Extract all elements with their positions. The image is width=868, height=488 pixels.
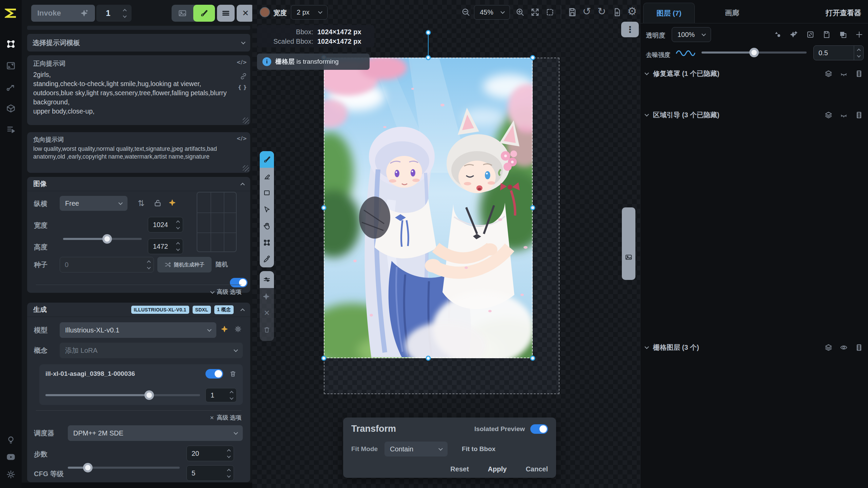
- random-seed-toggle[interactable]: [230, 278, 248, 287]
- generation-section-header[interactable]: 生成 ILLUSTRIOUS-XL-V0.1 SDXL 1 概念: [27, 303, 250, 317]
- brush-tool[interactable]: [260, 151, 274, 168]
- inpaint-group-header[interactable]: 修复遮罩 (1 个已隐藏): [640, 66, 868, 81]
- video-tutorials-icon[interactable]: [6, 452, 16, 462]
- zoom-in-icon[interactable]: [515, 7, 525, 17]
- save-icon[interactable]: [568, 7, 577, 17]
- brush-width-select[interactable]: 2 px: [291, 5, 328, 20]
- prompt-code-icon[interactable]: </>: [236, 59, 247, 65]
- height-numbox[interactable]: 1472: [148, 239, 183, 254]
- region-group-header[interactable]: 区域引导 (3 个已隐藏): [640, 108, 868, 122]
- model-select[interactable]: Illustrious-XL-v0.1: [60, 322, 216, 338]
- eraser-tool[interactable]: [260, 168, 274, 184]
- model-sparkle-icon[interactable]: [221, 325, 229, 333]
- apply-button[interactable]: Apply: [488, 465, 507, 473]
- shapes-icon[interactable]: [774, 30, 782, 39]
- negative-prompt-card[interactable]: 负向提示词 low quality,worst quality,normal q…: [27, 132, 250, 173]
- settings-gear-icon[interactable]: [6, 470, 16, 479]
- rail-workflows-icon[interactable]: [6, 83, 16, 92]
- generate-mode-button[interactable]: [172, 5, 193, 22]
- steps-slider[interactable]: [68, 467, 180, 469]
- lora-enabled-toggle[interactable]: [205, 369, 223, 379]
- tab-gallery[interactable]: 画廊: [708, 3, 756, 23]
- queue-count-box[interactable]: 1: [96, 5, 132, 22]
- collapse-icon[interactable]: [240, 183, 245, 187]
- positive-prompt-input[interactable]: 2girls, standing,check-to-check,light sm…: [33, 70, 237, 116]
- invoke-button[interactable]: Invoke: [31, 5, 95, 22]
- help-bulb-icon[interactable]: [6, 435, 16, 445]
- steps-numbox[interactable]: 20: [186, 446, 234, 461]
- denoise-slider[interactable]: [702, 52, 807, 54]
- collapse-icon[interactable]: [240, 308, 245, 313]
- aspect-select[interactable]: Free: [60, 196, 127, 211]
- rail-upscale-icon[interactable]: [6, 61, 16, 70]
- sparkle-star-icon[interactable]: [790, 30, 798, 39]
- layers-stack-icon[interactable]: [825, 70, 832, 78]
- lock-aspect-icon[interactable]: [153, 199, 162, 207]
- fit-mode-select[interactable]: Contain: [384, 442, 448, 456]
- generation-advanced-toggle[interactable]: ✕ 高级 选项: [210, 414, 241, 422]
- optimize-sparkle-icon[interactable]: [169, 199, 177, 207]
- canvas-area[interactable]: 宽度 2 px 45% ↺ ↻ ⚙ Bbox:1024×1472 px Scal…: [252, 0, 640, 488]
- lora-weight-slider[interactable]: [45, 394, 200, 396]
- fit-view-icon[interactable]: [530, 7, 540, 17]
- transform-handle-n[interactable]: [426, 55, 431, 60]
- image-advanced-toggle[interactable]: 高级 选项: [211, 288, 241, 296]
- swap-dimensions-icon[interactable]: ⇅: [138, 199, 144, 208]
- canvas-settings-gear-icon[interactable]: ⚙: [627, 5, 637, 18]
- positive-prompt-card[interactable]: 正向提示词 2girls, standing,check-to-check,li…: [27, 55, 250, 125]
- filmstrip-icon[interactable]: [855, 344, 863, 351]
- open-viewer-button[interactable]: 打开查看器: [826, 8, 861, 18]
- crop-frame-icon[interactable]: [806, 30, 814, 39]
- model-settings-gear-icon[interactable]: [234, 325, 242, 333]
- eye-closed-icon[interactable]: [840, 111, 848, 119]
- width-slider[interactable]: [63, 238, 142, 240]
- prompt-link-icon[interactable]: [240, 73, 247, 80]
- rail-models-icon[interactable]: [6, 104, 16, 113]
- width-numbox[interactable]: 1024: [148, 217, 183, 232]
- denoise-numbox[interactable]: 0.5: [813, 45, 864, 60]
- filter-button[interactable]: [260, 271, 274, 288]
- pan-tool[interactable]: [260, 218, 274, 234]
- fit-bbox-icon[interactable]: [545, 7, 555, 17]
- queue-count-stepper[interactable]: [120, 5, 130, 22]
- filmstrip-icon[interactable]: [855, 70, 863, 78]
- zoom-level-select[interactable]: 45%: [474, 5, 510, 20]
- seed-input[interactable]: 0: [60, 257, 154, 272]
- resize-grip[interactable]: [243, 118, 249, 124]
- transform-handle-w[interactable]: [321, 205, 327, 210]
- transform-handle-ne[interactable]: [530, 55, 535, 60]
- zoom-out-icon[interactable]: [461, 7, 471, 17]
- prompt-code-icon[interactable]: </>: [236, 136, 247, 142]
- canvas-menu-button[interactable]: ⋮: [621, 22, 639, 37]
- transform-handle-s[interactable]: [426, 356, 431, 361]
- rotate-handle[interactable]: [426, 30, 431, 35]
- eye-closed-icon[interactable]: [840, 70, 848, 78]
- opacity-select[interactable]: 100%: [672, 27, 711, 42]
- shuffle-seed-button[interactable]: 随机生成种子: [157, 257, 212, 272]
- transform-tool[interactable]: [260, 234, 274, 251]
- eyedropper-tool[interactable]: [260, 251, 274, 267]
- filmstrip-icon[interactable]: [855, 111, 863, 119]
- add-layer-plus-icon[interactable]: [855, 30, 863, 39]
- rail-queue-icon[interactable]: [6, 125, 16, 134]
- layers-stack-icon[interactable]: [825, 344, 832, 351]
- duplicate-icon[interactable]: [839, 30, 847, 39]
- eye-open-icon[interactable]: [840, 344, 848, 351]
- scheduler-select[interactable]: DPM++ 2M SDE: [68, 425, 243, 441]
- brush-color-swatch[interactable]: [260, 7, 270, 17]
- negative-prompt-input[interactable]: low quality,worst quality,normal quality…: [33, 145, 237, 161]
- tab-layers[interactable]: 图层 (7): [643, 3, 695, 23]
- raster-group-header[interactable]: 栅格图层 (3 个): [640, 340, 868, 354]
- prompt-braces-icon[interactable]: { }: [238, 84, 247, 90]
- transform-handle-sw[interactable]: [321, 356, 327, 361]
- new-canvas-icon[interactable]: [612, 7, 622, 17]
- staging-area-pill[interactable]: [622, 207, 635, 280]
- fit-to-bbox-button[interactable]: Fit to Bbox: [462, 445, 495, 453]
- redo-icon[interactable]: ↻: [597, 5, 606, 17]
- layers-stack-icon[interactable]: [825, 111, 832, 119]
- transform-handle-se[interactable]: [530, 356, 535, 361]
- image-section-header[interactable]: 图像: [27, 177, 250, 191]
- close-panel-button[interactable]: ✕: [237, 5, 254, 22]
- resize-grip[interactable]: [243, 165, 249, 171]
- save-layer-icon[interactable]: [823, 30, 831, 39]
